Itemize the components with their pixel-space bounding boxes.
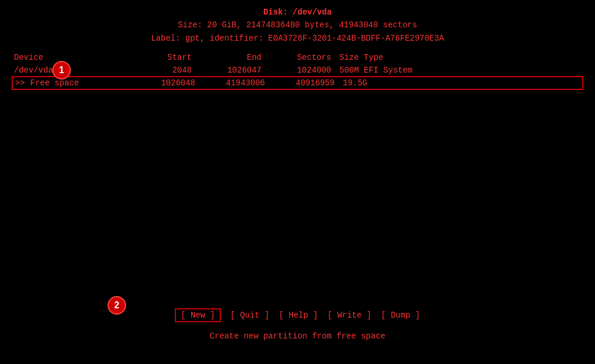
disk-header: Disk: /dev/vda Size: 20 GiB, 21474836480… xyxy=(12,6,583,45)
row-size-type: 500M EFI System xyxy=(337,66,453,75)
row-end: 1026047 xyxy=(198,66,267,75)
disk-title: Disk: /dev/vda xyxy=(12,6,583,19)
write-menu-item[interactable]: [ Write ] xyxy=(328,311,372,320)
terminal-screen: Disk: /dev/vda Size: 20 GiB, 21474836480… xyxy=(0,0,595,364)
annotation-1: 1 xyxy=(52,61,71,80)
write-label: [ Write ] xyxy=(328,311,372,320)
partition-table: Device Start End Sectors Size Type /dev/… xyxy=(12,52,583,90)
menu-separator-3 xyxy=(320,311,325,320)
menu-separator-4 xyxy=(374,311,378,320)
disk-size-line: Size: 20 GiB, 21474836480 bytes, 4194304… xyxy=(12,19,583,31)
row-sectors: 1024000 xyxy=(267,66,337,75)
free-space-sectors: 40916959 xyxy=(271,78,340,88)
quit-label: [ Quit ] xyxy=(230,311,269,320)
col-header-end: End xyxy=(198,53,267,62)
col-header-device: Device xyxy=(12,53,128,62)
table-row[interactable]: /dev/vda1 2048 1026047 1024000 500M EFI … xyxy=(12,64,583,76)
row-start: 2048 xyxy=(128,66,198,75)
new-label: [ New ] xyxy=(181,311,215,320)
menu-separator-2 xyxy=(272,311,277,320)
free-space-device: Free space xyxy=(15,78,131,88)
bottom-bar: [ New ] [ Quit ] [ Help ] [ Write ] [ Du… xyxy=(12,308,583,341)
new-menu-item[interactable]: [ New ] xyxy=(175,308,221,322)
dump-menu-item[interactable]: [ Dump ] xyxy=(381,311,420,320)
free-space-size-type: 19.5G xyxy=(340,78,457,88)
table-header-row: Device Start End Sectors Size Type xyxy=(12,52,583,63)
status-message: Create new partition from free space xyxy=(12,331,583,341)
col-header-start: Start xyxy=(128,53,198,62)
dump-label: [ Dump ] xyxy=(381,311,420,320)
quit-menu-item[interactable]: [ Quit ] xyxy=(230,311,269,320)
col-header-size-type: Size Type xyxy=(337,53,453,62)
free-space-row[interactable]: >> Free space 1026048 41943006 40916959 … xyxy=(12,76,583,90)
menu-bar: [ New ] [ Quit ] [ Help ] [ Write ] [ Du… xyxy=(12,308,583,322)
col-header-sectors: Sectors xyxy=(267,53,337,62)
menu-separator-1 xyxy=(223,311,228,320)
disk-label-line: Label: gpt, identifier: E0A3728F-3201-42… xyxy=(12,32,583,45)
free-space-end: 41943006 xyxy=(201,78,271,88)
help-menu-item[interactable]: [ Help ] xyxy=(279,311,318,320)
help-label: [ Help ] xyxy=(279,311,318,320)
selection-arrow: >> xyxy=(15,78,25,88)
free-space-start: 1026048 xyxy=(131,78,201,88)
